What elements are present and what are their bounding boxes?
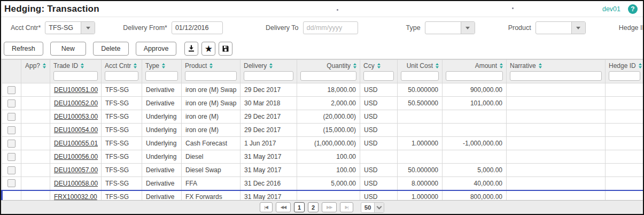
- table-row[interactable]: DEU100051.00TFS-SGDerivativeiron ore (M)…: [2, 83, 643, 97]
- cell-select[interactable]: [2, 97, 21, 110]
- first-page-button[interactable]: |◀: [260, 202, 273, 212]
- type-dropdown[interactable]: [425, 21, 475, 34]
- row-checkbox[interactable]: [7, 126, 15, 134]
- chevron-down-icon[interactable]: [571, 22, 585, 34]
- column-header-unit_cost[interactable]: Unit Cost: [398, 60, 443, 83]
- trade-id-link[interactable]: DEU100052.00: [54, 99, 98, 107]
- sort-icon[interactable]: [43, 63, 46, 68]
- cell-amount: 40,000.00: [443, 177, 507, 190]
- table-row[interactable]: DEU100054.00TFS-SGUnderlyingiron ore (M)…: [2, 124, 643, 137]
- sort-icon[interactable]: [500, 63, 503, 68]
- column-header-ccy[interactable]: Ccy: [360, 60, 398, 83]
- cell-select[interactable]: [2, 110, 21, 124]
- trade-id-link[interactable]: DEU100056.00: [54, 153, 98, 160]
- column-header-type[interactable]: Type: [142, 60, 182, 83]
- column-header-hedge_id[interactable]: Hedge ID: [606, 60, 643, 83]
- sort-icon[interactable]: [377, 63, 381, 68]
- cell-product: FFA: [182, 177, 240, 190]
- filter-amount-input[interactable]: [446, 71, 503, 81]
- filter-product-input[interactable]: [185, 71, 237, 81]
- chevron-down-icon[interactable]: [374, 203, 384, 212]
- delivery-from-input[interactable]: [172, 21, 223, 34]
- chevron-down-icon[interactable]: [461, 22, 475, 34]
- table-row[interactable]: DEU100053.00TFS-SGUnderlyingiron ore (M)…: [2, 110, 643, 124]
- table-row[interactable]: FRX100032.00TFS-SGDerivativeFX Forwards3…: [2, 190, 643, 201]
- cell-unit_cost: [398, 124, 443, 137]
- row-checkbox[interactable]: [7, 86, 15, 94]
- column-header-quantity[interactable]: Quantity: [297, 60, 360, 83]
- column-header-narrative[interactable]: Narrative: [507, 60, 606, 83]
- sort-icon[interactable]: [539, 63, 542, 68]
- trade-id-link[interactable]: DEU100053.00: [54, 113, 98, 120]
- trade-id-link[interactable]: DEU100055.01: [54, 140, 98, 147]
- table-row[interactable]: DEU100052.00TFS-SGDerivativeiron ore (M)…: [2, 97, 643, 110]
- prev-page-button[interactable]: ◀◀: [276, 202, 291, 212]
- trade-id-link[interactable]: DEU100058.00: [54, 180, 98, 187]
- refresh-button[interactable]: Refresh: [4, 42, 43, 56]
- row-checkbox[interactable]: [7, 153, 15, 161]
- title-bar: Hedging: Transaction dev01 ?: [1, 1, 643, 17]
- page-size-dropdown[interactable]: 50: [361, 202, 385, 213]
- filter-delivery-input[interactable]: [244, 71, 293, 81]
- filter-type-input[interactable]: [145, 71, 178, 81]
- filter-acct_cntr-input[interactable]: [105, 71, 138, 81]
- favorite-button[interactable]: ★: [201, 42, 215, 56]
- chevron-down-icon[interactable]: [81, 22, 95, 34]
- cell-trade_id: DEU100052.00: [50, 97, 102, 110]
- column-header-app[interactable]: App?: [21, 60, 50, 83]
- cell-select[interactable]: [2, 164, 21, 177]
- filter-ccy-input[interactable]: [363, 71, 394, 81]
- new-button[interactable]: New: [50, 42, 86, 56]
- column-header-delivery[interactable]: Delivery: [240, 60, 297, 83]
- delivery-to-input[interactable]: [303, 21, 358, 34]
- column-header-product[interactable]: Product: [182, 60, 240, 83]
- table-row[interactable]: DEU100057.00TFS-SGDerivativeDiesel Swap3…: [2, 164, 643, 177]
- cell-ccy: USD: [360, 137, 398, 150]
- table-row[interactable]: DEU100056.00TFS-SGUnderlyingDiesel31 May…: [2, 150, 643, 164]
- sort-icon[interactable]: [269, 63, 273, 68]
- approve-button[interactable]: Approve: [136, 42, 177, 56]
- column-header-amount[interactable]: Amount: [443, 60, 507, 83]
- table-row[interactable]: DEU100058.00TFS-SGDerivativeFFA31 Dec 20…: [2, 177, 643, 190]
- table-row[interactable]: DEU100055.01TFS-SGUnderlyingCash Forecas…: [2, 137, 643, 150]
- save-button[interactable]: [219, 42, 232, 56]
- cell-select[interactable]: [2, 83, 21, 97]
- row-checkbox[interactable]: [7, 166, 15, 174]
- column-header-trade_id[interactable]: Trade ID: [50, 60, 102, 83]
- row-checkbox[interactable]: [7, 99, 15, 107]
- cell-select[interactable]: [2, 177, 21, 190]
- acct-cntr-dropdown[interactable]: TFS-SG: [45, 21, 95, 34]
- hedge-id-label: Hedge ID: [619, 24, 644, 32]
- sort-icon[interactable]: [81, 63, 84, 68]
- cell-narrative: [507, 137, 606, 150]
- sort-icon[interactable]: [639, 63, 642, 68]
- cell-quantity: 5,000.00: [297, 177, 360, 190]
- column-header-acct_cntr[interactable]: Acct Cntr: [102, 60, 142, 83]
- trade-id-link[interactable]: DEU100057.00: [54, 166, 98, 174]
- sort-icon[interactable]: [353, 63, 356, 68]
- cell-select[interactable]: [2, 124, 21, 137]
- cell-select[interactable]: [2, 150, 21, 164]
- sort-icon[interactable]: [162, 63, 165, 68]
- trade-id-link[interactable]: FRX100032.00: [54, 193, 97, 200]
- filter-unit_cost-input[interactable]: [401, 71, 439, 81]
- sort-icon[interactable]: [134, 63, 137, 68]
- page-1-button[interactable]: 1: [294, 202, 305, 212]
- help-icon[interactable]: ?: [628, 4, 638, 14]
- product-dropdown[interactable]: [536, 21, 586, 34]
- trade-id-link[interactable]: DEU100054.00: [54, 126, 98, 134]
- filter-hedge_id-input[interactable]: [609, 71, 640, 81]
- row-checkbox[interactable]: [7, 140, 15, 148]
- download-button[interactable]: [184, 42, 198, 56]
- row-checkbox[interactable]: [7, 113, 15, 121]
- filter-quantity-input[interactable]: [300, 71, 356, 81]
- sort-icon[interactable]: [436, 63, 439, 68]
- page-2-button[interactable]: 2: [308, 202, 319, 212]
- filter-trade_id-input[interactable]: [53, 71, 98, 81]
- trade-id-link[interactable]: DEU100051.00: [54, 86, 98, 94]
- sort-icon[interactable]: [210, 63, 213, 68]
- delete-button[interactable]: Delete: [93, 42, 129, 56]
- cell-select[interactable]: [2, 137, 21, 150]
- filter-narrative-input[interactable]: [510, 71, 602, 81]
- row-checkbox[interactable]: [7, 179, 15, 187]
